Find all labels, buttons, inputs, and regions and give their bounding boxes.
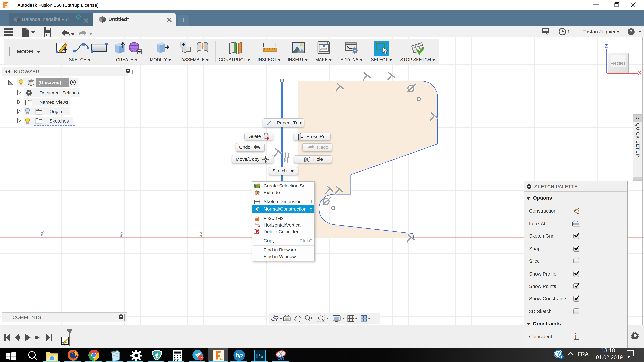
svg-text:25: 25 — [198, 232, 203, 237]
svg-text:hp: hp — [236, 352, 243, 359]
svg-text:360: 360 — [219, 358, 223, 361]
svg-text:i: i — [561, 355, 562, 359]
svg-text:75: 75 — [40, 231, 46, 236]
svg-text:Ps: Ps — [256, 352, 264, 359]
svg-text:44: 44 — [198, 356, 203, 360]
svg-text:50: 50 — [119, 232, 124, 237]
